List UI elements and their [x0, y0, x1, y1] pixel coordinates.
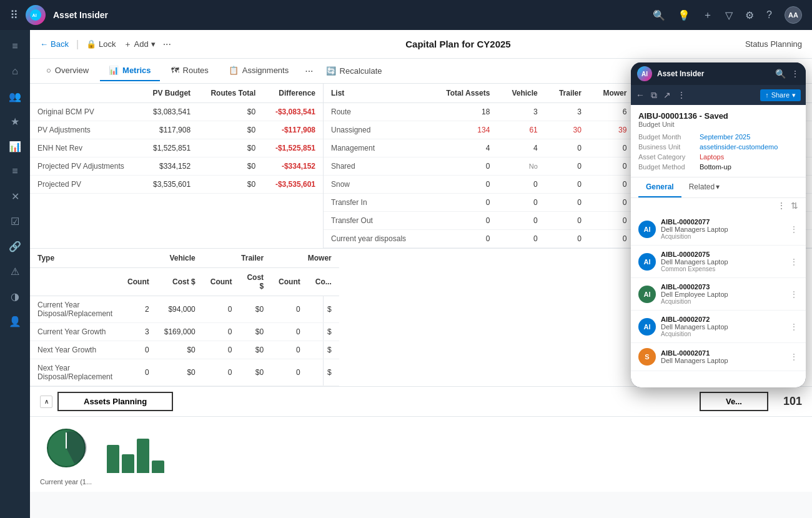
recalculate-button[interactable]: 🔄 Recalculate [326, 66, 382, 76]
second-planning-button[interactable]: Ve... [700, 392, 768, 411]
mobile-more-icon[interactable]: ⋮ [791, 69, 800, 79]
top-nav: ⠿ AI Asset Insider 🔍 💡 ＋ ▽ ⚙ ? AA [0, 0, 812, 30]
page-title: Capital Plan for CY2025 [179, 39, 738, 49]
mobile-field-asset-category: Asset Category Laptops [638, 153, 798, 161]
filter-icon[interactable]: ▽ [725, 9, 733, 21]
mobile-edit-icon[interactable]: ↗ [663, 90, 671, 100]
bar-4 [152, 461, 164, 473]
sidebar-icon-chart[interactable]: 📊 [4, 135, 26, 157]
svg-text:AI: AI [32, 12, 37, 18]
item-info-1: AIBL-00002077 Dell Managers Laptop Acqui… [661, 218, 785, 240]
sidebar-icon-pie[interactable]: ◑ [4, 285, 26, 307]
mobile-back-icon[interactable]: ← [636, 90, 645, 100]
list-sort-icon[interactable]: ⇅ [791, 201, 798, 211]
plus-icon: ＋ [124, 39, 132, 50]
collapse-button[interactable]: ∧ [40, 396, 52, 408]
table-row: Current Year Disposal/Replacement 2 $94,… [30, 296, 339, 323]
sidebar-icon-home[interactable]: ⌂ [4, 60, 26, 82]
header-more-button[interactable]: ··· [163, 39, 171, 50]
bottom-section: ∧ Assets Planning Ve... 101 [30, 386, 812, 492]
type-sub-tcount: Count [203, 268, 240, 296]
sidebar-icon-close[interactable]: ✕ [4, 185, 26, 207]
user-avatar[interactable]: AA [785, 6, 802, 24]
item-more-4[interactable]: ⋮ [790, 322, 798, 332]
mobile-toolbar: ← ⧉ ↗ ⋮ ↑ Share ▾ [631, 85, 806, 105]
assets-col-list: List [324, 84, 428, 103]
list-more-icon[interactable]: ⋮ [777, 201, 786, 211]
assets-planning-button[interactable]: Assets Planning [57, 392, 173, 411]
budget-col-diff: Difference [263, 84, 323, 103]
overview-icon: ○ [46, 66, 51, 75]
budget-table: PV Budget Routes Total Difference Origin… [30, 84, 323, 194]
mobile-tabs: General Related ▾ [631, 177, 806, 198]
mobile-field-budget-month: Budget Month September 2025 [638, 133, 798, 141]
lock-icon: 🔒 [86, 39, 96, 49]
mobile-list: AI AIBL-00002077 Dell Managers Laptop Ac… [631, 213, 806, 371]
tab-routes[interactable]: 🗺 Routes [162, 61, 217, 81]
add-icon[interactable]: ＋ [703, 9, 713, 22]
bar-1 [107, 445, 119, 473]
sidebar-icon-star[interactable]: ★ [4, 110, 26, 132]
mobile-app-title: Asset Insider [657, 69, 770, 78]
type-col-vehicle: Vehicle [120, 249, 203, 268]
sep1: | [76, 39, 79, 50]
item-more-2[interactable]: ⋮ [790, 257, 798, 267]
bar-2 [122, 454, 134, 473]
gauge-container: Current year (1... [40, 423, 92, 486]
mobile-share-button[interactable]: ↑ Share ▾ [760, 89, 801, 101]
tab-assignments[interactable]: 📋 Assignments [220, 61, 297, 81]
mobile-content: AIBU-00001136 - Saved Budget Unit Budget… [631, 105, 806, 387]
share-chevron: ▾ [792, 91, 796, 99]
budget-col-pv: PV Budget [141, 84, 198, 103]
tab-metrics[interactable]: 📊 Metrics [100, 61, 160, 81]
sidebar-icon-link[interactable]: 🔗 [4, 235, 26, 257]
item-more-5[interactable]: ⋮ [790, 352, 798, 362]
item-more-3[interactable]: ⋮ [790, 289, 798, 299]
table-row: Next Year Disposal/Replacement 0 $0 0 $0… [30, 359, 339, 386]
item-info-5: AIBL-00002071 Dell Managers Laptop [661, 349, 785, 364]
grid-icon[interactable]: ⠿ [10, 8, 18, 22]
sidebar-icon-warning[interactable]: ⚠ [4, 260, 26, 282]
item-info-2: AIBL-00002075 Dell Managers Laptop Commo… [661, 251, 785, 272]
list-item: AI AIBL-00002077 Dell Managers Laptop Ac… [631, 213, 806, 246]
mobile-menu-icon[interactable]: ⋮ [677, 90, 686, 100]
add-chevron-icon: ▾ [151, 39, 156, 49]
sidebar-icon-people[interactable]: 👤 [4, 310, 26, 332]
lock-button[interactable]: 🔒 Lock [86, 39, 116, 49]
search-icon[interactable]: 🔍 [653, 9, 665, 21]
budget-col-routes: Routes Total [198, 84, 263, 103]
table-row: ENH Net Rev $1,525,851 $0 -$1,525,851 [30, 139, 323, 157]
bar-3 [137, 439, 149, 473]
tab-overview[interactable]: ○ Overview [37, 61, 97, 81]
mobile-list-controls: ⋮ ⇅ [631, 198, 806, 213]
sidebar-icon-tasks[interactable]: ☑ [4, 210, 26, 232]
assets-col-vehicle: Vehicle [497, 84, 545, 103]
nav-icons: 🔍 💡 ＋ ▽ ⚙ ? AA [653, 6, 802, 24]
table-row: Original BCM PV $3,083,541 $0 -$3,083,54… [30, 103, 323, 121]
add-button[interactable]: ＋ Add ▾ [124, 39, 156, 50]
item-info-4: AIBL-00002072 Dell Managers Laptop Acqui… [661, 316, 785, 337]
gauge-chart [41, 423, 91, 473]
lightbulb-icon[interactable]: 💡 [678, 9, 690, 21]
item-more-1[interactable]: ⋮ [790, 224, 798, 234]
list-item: AI AIBL-00002072 Dell Managers Laptop Ac… [631, 311, 806, 343]
sidebar-icon-menu[interactable]: ≡ [4, 35, 26, 57]
item-avatar-5: S [638, 348, 656, 366]
item-avatar-4: AI [638, 318, 656, 336]
table-row: Current Year Growth 3 $169,000 0 $0 0 $ [30, 323, 339, 341]
help-icon[interactable]: ? [766, 9, 772, 21]
sidebar-icon-list[interactable]: ≡ [4, 160, 26, 182]
settings-icon[interactable]: ⚙ [745, 9, 754, 21]
sidebar-icon-users[interactable]: 👥 [4, 85, 26, 107]
mobile-search-icon[interactable]: 🔍 [775, 69, 786, 79]
mobile-tab-general[interactable]: General [638, 177, 681, 197]
tab-more-button[interactable]: ··· [300, 61, 318, 82]
share-icon: ↑ [765, 91, 769, 99]
type-sub-vcost: Cost $ [157, 268, 203, 296]
metrics-icon: 📊 [109, 66, 119, 75]
bar-chart [107, 436, 164, 473]
list-item: AI AIBL-00002075 Dell Managers Laptop Co… [631, 246, 806, 278]
mobile-tab-related[interactable]: Related ▾ [681, 177, 727, 197]
mobile-copy-icon[interactable]: ⧉ [651, 90, 657, 101]
back-button[interactable]: ← Back [40, 39, 69, 49]
